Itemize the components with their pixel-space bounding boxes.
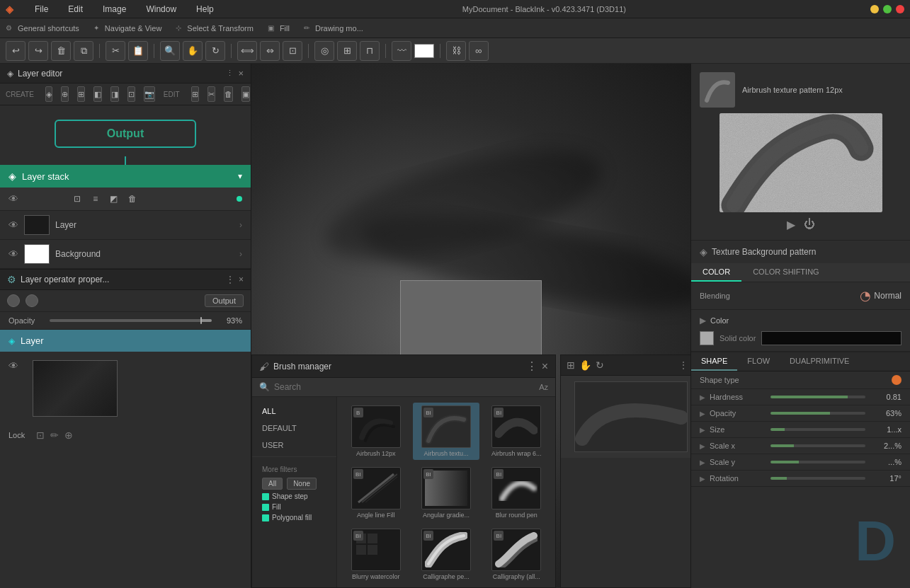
layer-tool-square[interactable]: ⊡	[70, 192, 84, 206]
stroke-button[interactable]: 〰	[392, 41, 411, 61]
size-expand-icon[interactable]: ▶	[700, 426, 705, 434]
canvas-area[interactable]: 🖌 Brush manager ⋮ × 🔍 Az ALL DEFAULT USE…	[251, 64, 690, 588]
menu-file[interactable]: File	[30, 3, 52, 16]
brush-item-calligraphe[interactable]: BI Calligraphe pe...	[413, 526, 479, 583]
output-button[interactable]: Output	[55, 120, 196, 148]
layer-tool-mask[interactable]: ◩	[107, 192, 121, 206]
shape-tab-shape[interactable]: SHAPE	[691, 352, 737, 371]
lock-anchor-icon[interactable]: ⊕	[64, 430, 73, 441]
op-layer-eye-icon[interactable]: 👁	[8, 360, 18, 371]
link-button[interactable]: ⛓	[446, 41, 466, 61]
pan-button[interactable]: ✋	[183, 41, 203, 61]
rotate-button[interactable]: ↻	[205, 41, 225, 61]
rotation-slider[interactable]	[770, 477, 865, 480]
opacity-slider[interactable]	[50, 319, 212, 322]
size-slider[interactable]	[770, 428, 865, 431]
create-tool-7[interactable]: 📷	[144, 86, 155, 102]
color-swatch[interactable]	[414, 44, 434, 58]
shape-step-checkbox[interactable]	[262, 493, 269, 500]
fill-checkbox[interactable]	[262, 504, 269, 511]
op-circle-2[interactable]	[25, 294, 38, 307]
brush-item-angular[interactable]: BI Angular gradie...	[413, 464, 479, 521]
operator-menu-icon[interactable]: ⋮	[226, 275, 234, 284]
category-default[interactable]: DEFAULT	[252, 420, 336, 437]
layer-expand-icon[interactable]: ›	[239, 220, 242, 230]
create-tool-1[interactable]: ◈	[45, 86, 52, 102]
layer-tool-delete[interactable]: 🗑	[125, 192, 140, 206]
op-circle-1[interactable]	[7, 294, 20, 307]
brush-item-airbrush-wrap[interactable]: BI Airbrush wrap 6...	[484, 403, 550, 460]
brush-tool-add-icon[interactable]: ⊞	[567, 359, 575, 371]
fill-label[interactable]: Fill	[280, 24, 290, 33]
delete-button[interactable]: 🗑	[51, 41, 71, 61]
distort-button[interactable]: ⊓	[360, 41, 380, 61]
search-input[interactable]	[274, 382, 535, 392]
menu-image[interactable]: Image	[98, 3, 130, 16]
edit-tool-3[interactable]: 🗑	[224, 86, 233, 102]
undo-button[interactable]: ↩	[6, 41, 25, 61]
circle-select[interactable]: ◎	[314, 41, 334, 61]
drawing-mode-label[interactable]: Drawing mo...	[315, 24, 363, 33]
edit-tool-1[interactable]: ⊞	[191, 86, 199, 102]
layer-stack-header[interactable]: ◈ Layer stack ▾	[0, 165, 251, 188]
opacity-expand-icon[interactable]: ▶	[700, 410, 705, 417]
layer-visibility-icon[interactable]: 👁	[8, 219, 18, 231]
brush-tool-rotate-icon[interactable]: ↻	[596, 359, 604, 371]
layer-tool-stack[interactable]: ≡	[89, 192, 103, 206]
create-tool-3[interactable]: ⊞	[77, 86, 85, 102]
brush-item-blurry-watercolor[interactable]: BI Blurry watercolor	[343, 526, 409, 583]
power-button[interactable]: ⏻	[804, 218, 815, 231]
tab-color[interactable]: COLOR	[691, 263, 741, 282]
visibility-icon[interactable]: 👁	[8, 193, 18, 204]
brush-item-airbrush-texture[interactable]: BI Airbrush textu...	[413, 403, 479, 460]
op-layer-item[interactable]: ◈ Layer	[0, 330, 251, 352]
menu-help[interactable]: Help	[192, 3, 218, 16]
flip-button[interactable]: ⇔	[260, 41, 280, 61]
navigate-view-label[interactable]: Navigate & View	[105, 24, 162, 33]
brush-item-angle-line[interactable]: BI Angle line Fill	[343, 464, 409, 521]
brush-manager-menu-icon[interactable]: ⋮	[526, 359, 538, 373]
cut-button[interactable]: ✂	[106, 41, 125, 61]
minimize-button[interactable]	[870, 5, 879, 13]
scale-x-slider[interactable]	[770, 444, 865, 447]
general-shortcuts-label[interactable]: General shortcuts	[18, 24, 79, 33]
edit-tool-4[interactable]: ▣	[241, 86, 250, 102]
lock-transform-icon[interactable]: ⊡	[36, 430, 45, 441]
menu-window[interactable]: Window	[142, 3, 181, 16]
shape-tab-dualprimitive[interactable]: DUALPRIMITIVE	[780, 352, 859, 371]
menu-edit[interactable]: Edit	[64, 3, 87, 16]
layer-item-background[interactable]: 👁 Background ›	[0, 240, 251, 269]
edit-tool-2[interactable]: ✂	[207, 86, 215, 102]
zoom-button[interactable]: 🔍	[160, 41, 180, 61]
scale-y-expand-icon[interactable]: ▶	[700, 459, 705, 466]
lock-brush-icon[interactable]: ✏	[50, 430, 59, 441]
brush-item-calligraphy[interactable]: BI Calligraphy (all...	[484, 526, 550, 583]
brush-tool-menu-icon[interactable]: ⋮	[679, 360, 688, 370]
tab-color-shifting[interactable]: COLOR SHIFTING	[741, 263, 831, 282]
brush-tool-move-icon[interactable]: ✋	[579, 359, 591, 371]
sort-az-icon[interactable]: Az	[539, 383, 548, 391]
background-visibility-icon[interactable]: 👁	[8, 248, 18, 260]
hardness-expand-icon[interactable]: ▶	[700, 393, 705, 401]
create-tool-6[interactable]: ⊡	[127, 86, 135, 102]
create-tool-5[interactable]: ◨	[110, 86, 119, 102]
create-tool-4[interactable]: ◧	[93, 86, 102, 102]
background-expand-icon[interactable]: ›	[239, 249, 242, 259]
shape-type-dot[interactable]	[892, 375, 902, 385]
operator-close-icon[interactable]: ×	[239, 275, 244, 284]
redo-button[interactable]: ↪	[28, 41, 48, 61]
op-output-button[interactable]: Output	[205, 294, 244, 307]
brush-item-blur-round[interactable]: BI Blur round pen	[484, 464, 550, 521]
category-user[interactable]: USER	[252, 437, 336, 454]
filter-all-button[interactable]: All	[262, 478, 283, 490]
hardness-slider[interactable]	[770, 396, 865, 398]
play-button[interactable]: ▶	[787, 218, 795, 231]
color-expand-icon[interactable]: ▶	[700, 316, 706, 325]
shape-tab-flow[interactable]: FLOW	[737, 352, 780, 371]
scale-x-expand-icon[interactable]: ▶	[700, 442, 705, 450]
color-swatch-wide[interactable]	[761, 331, 902, 345]
filter-none-button[interactable]: None	[287, 478, 317, 490]
create-tool-2[interactable]: ⊕	[61, 86, 69, 102]
copy-button[interactable]: ⧉	[74, 41, 93, 61]
polygonal-fill-checkbox[interactable]	[262, 514, 269, 521]
